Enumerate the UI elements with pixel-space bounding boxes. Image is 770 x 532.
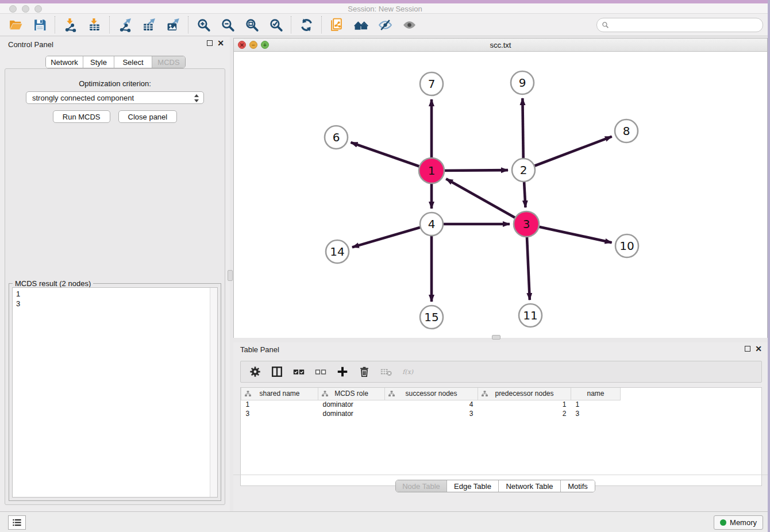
- window-frame-right: [768, 0, 770, 532]
- graph-node-label-14: 14: [330, 245, 344, 259]
- export-network-button[interactable]: [113, 15, 137, 34]
- search-field[interactable]: [596, 18, 763, 32]
- tab-edge-table[interactable]: Edge Table: [446, 480, 498, 492]
- table-cell: 1: [241, 400, 318, 409]
- table-cell: 1: [478, 400, 571, 409]
- select-all-rows-button[interactable]: [289, 363, 309, 380]
- import-table-icon: [87, 18, 102, 32]
- delete-table-button[interactable]: [376, 363, 396, 380]
- columns-icon: [271, 365, 283, 378]
- new-network-from-selection-icon: [330, 18, 344, 32]
- task-history-button[interactable]: [8, 515, 26, 530]
- eye-icon: [402, 18, 417, 32]
- tab-mcds[interactable]: MCDS: [152, 56, 185, 68]
- trash-icon: [358, 365, 371, 378]
- window-frame-top: [0, 0, 770, 3]
- new-network-from-selection-button[interactable]: [325, 15, 349, 34]
- tab-network-table[interactable]: Network Table: [498, 480, 560, 492]
- toolbar-separator: [188, 16, 188, 33]
- import-network-button[interactable]: [58, 15, 82, 34]
- column-header-predecessor-nodes[interactable]: predecessor nodes: [478, 388, 571, 400]
- function-builder-button[interactable]: f(x): [398, 363, 418, 380]
- result-scrollbar[interactable]: [210, 288, 217, 497]
- zoom-in-icon: [197, 18, 211, 32]
- table-cell: dominator: [318, 409, 385, 418]
- column-type-icon: [481, 390, 488, 398]
- first-neighbors-button[interactable]: [349, 15, 373, 34]
- graph-edge-2-8[interactable]: [523, 137, 612, 170]
- delete-table-icon: [380, 365, 392, 378]
- column-type-icon: [244, 390, 252, 398]
- float-panel-icon[interactable]: [745, 346, 750, 352]
- zoom-fit-button[interactable]: [240, 15, 264, 34]
- add-column-button[interactable]: [333, 363, 352, 380]
- show-all-button[interactable]: [397, 15, 421, 34]
- column-header-filler: [621, 388, 762, 400]
- network-view-titlebar: ✕ − + scc.txt: [234, 38, 767, 52]
- table-row[interactable]: 1dominator411: [241, 400, 762, 409]
- view-minimize-button[interactable]: −: [249, 41, 257, 49]
- export-image-button[interactable]: [161, 15, 185, 34]
- view-maximize-button[interactable]: +: [261, 41, 269, 49]
- table-tabs: Node TableEdge TableNetwork TableMotifs: [395, 480, 595, 492]
- zoom-selected-button[interactable]: [264, 15, 288, 34]
- table-row[interactable]: 3dominator323: [241, 409, 762, 418]
- zoom-fit-icon: [245, 18, 259, 32]
- close-panel-button[interactable]: Close panel: [118, 110, 178, 123]
- graph-node-label-4: 4: [428, 217, 436, 231]
- apply-layout-button[interactable]: [294, 15, 318, 34]
- graph-node-label-8: 8: [623, 124, 630, 138]
- deselect-all-rows-button[interactable]: [311, 363, 330, 380]
- save-session-button[interactable]: [28, 15, 52, 34]
- table-settings-button[interactable]: [245, 363, 265, 380]
- graph-edge-3-1[interactable]: [446, 179, 526, 224]
- node-table: shared nameMCDS rolesuccessor nodesprede…: [240, 387, 762, 486]
- vertical-splitter-handle[interactable]: [228, 270, 233, 281]
- mcds-result-fieldset: MCDS result (2 nodes) 1 3: [9, 283, 221, 501]
- search-input[interactable]: [612, 21, 758, 29]
- view-close-button[interactable]: ✕: [238, 41, 246, 49]
- network-view-window: ✕ − + scc.txt 7968124314101511: [233, 38, 768, 338]
- table-cell-filler: [621, 409, 762, 418]
- mcds-panel: Optimization criterion: strongly connect…: [5, 68, 225, 505]
- network-canvas[interactable]: 7968124314101511: [234, 52, 767, 338]
- horizontal-splitter-handle[interactable]: [492, 335, 500, 340]
- close-panel-icon[interactable]: ✕: [217, 40, 224, 46]
- graph-edge-4-14[interactable]: [352, 224, 432, 247]
- tab-network[interactable]: Network: [46, 56, 83, 68]
- deselect-all-icon: [314, 365, 327, 378]
- zoom-out-button[interactable]: [215, 15, 240, 34]
- open-session-button[interactable]: [3, 15, 28, 34]
- tab-node-table[interactable]: Node Table: [396, 480, 446, 492]
- delete-column-button[interactable]: [355, 363, 374, 380]
- hide-selected-button[interactable]: [373, 15, 397, 34]
- select-all-icon: [292, 365, 305, 378]
- column-header-name[interactable]: name: [571, 388, 621, 400]
- table-toolbar: f(x): [240, 361, 762, 383]
- run-mcds-button[interactable]: Run MCDS: [53, 110, 110, 123]
- table-cell: 3: [385, 409, 478, 418]
- close-panel-icon[interactable]: ✕: [755, 346, 762, 352]
- column-header-mcds-role[interactable]: MCDS role: [318, 388, 385, 400]
- float-panel-icon[interactable]: [207, 40, 213, 46]
- optimization-criterion-select[interactable]: strongly connected component: [26, 91, 204, 104]
- column-header-successor-nodes[interactable]: successor nodes: [385, 388, 478, 400]
- zoom-out-icon: [221, 18, 235, 32]
- export-image-icon: [166, 18, 180, 32]
- memory-button[interactable]: Memory: [714, 515, 763, 530]
- tab-motifs[interactable]: Motifs: [560, 480, 595, 492]
- toolbar-separator: [55, 16, 55, 33]
- graph-node-label-6: 6: [333, 130, 340, 144]
- export-table-button[interactable]: [137, 15, 161, 34]
- tab-select[interactable]: Select: [114, 56, 152, 68]
- tab-style[interactable]: Style: [83, 56, 114, 68]
- zoom-in-button[interactable]: [191, 15, 215, 34]
- toggle-panels-button[interactable]: [267, 363, 287, 380]
- control-panel-tabs: NetworkStyleSelectMCDS: [45, 56, 186, 68]
- column-header-shared-name[interactable]: shared name: [241, 388, 318, 400]
- svg-text:f(x): f(x): [402, 368, 414, 376]
- graph-node-label-10: 10: [619, 239, 634, 253]
- mcds-result-box[interactable]: 1 3: [12, 287, 218, 498]
- import-table-button[interactable]: [82, 15, 106, 34]
- table-tabs-band: Node TableEdge TableNetwork TableMotifs: [233, 475, 768, 496]
